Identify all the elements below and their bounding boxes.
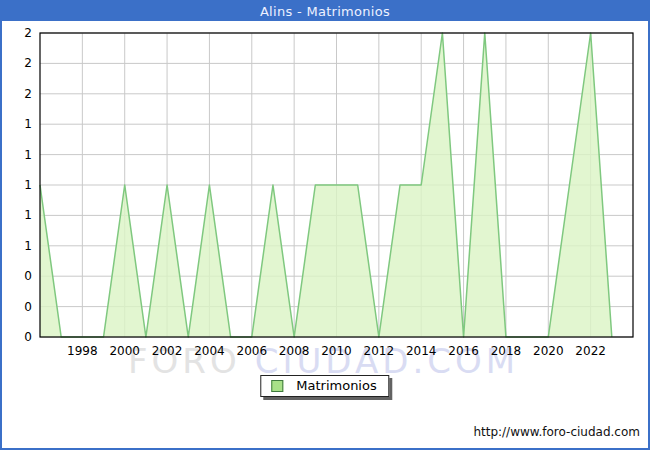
x-tick-label: 2000 [109,344,140,358]
legend-label: Matrimonios [296,378,376,393]
x-tick-label: 1998 [67,344,98,358]
x-tick-label: 2010 [321,344,352,358]
x-tick-label: 2006 [237,344,268,358]
x-tick-label: 2014 [406,344,437,358]
x-tick-label: 2008 [279,344,310,358]
y-tick-label: 1 [24,178,32,192]
footer-url: http://www.foro-ciudad.com [473,425,640,439]
y-tick-label: 1 [24,239,32,253]
y-tick-label: 0 [24,300,32,314]
legend-swatch-icon [271,380,283,392]
y-tick-label: 1 [24,117,32,131]
x-tick-label: 2020 [533,344,564,358]
y-tick-label: 1 [24,208,32,222]
x-tick-label: 2022 [575,344,606,358]
legend: Matrimonios [260,375,389,397]
x-tick-label: 2016 [448,344,479,358]
x-tick-label: 2004 [194,344,225,358]
y-tick-label: 2 [24,26,32,40]
y-tick-label: 2 [24,87,32,101]
y-tick-label: 2 [24,56,32,70]
x-tick-label: 2018 [491,344,522,358]
y-tick-label: 0 [24,269,32,283]
y-tick-label: 0 [24,330,32,344]
chart-window: Alins - Matrimonios FOROCIUDAD.COM 00011… [0,0,650,450]
y-tick-label: 1 [24,148,32,162]
x-tick-label: 2012 [364,344,395,358]
x-tick-label: 2002 [152,344,183,358]
